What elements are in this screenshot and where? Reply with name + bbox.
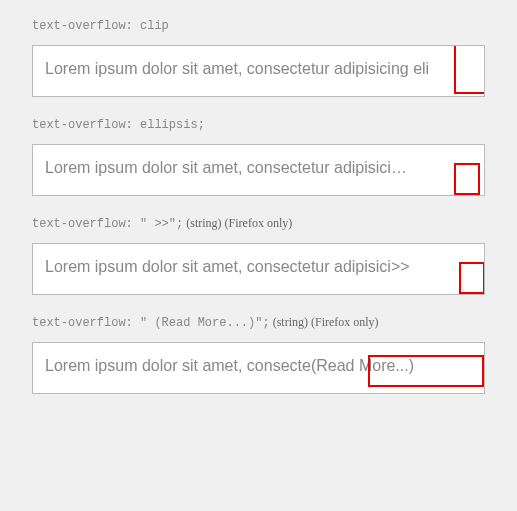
demo-text: Lorem ipsum dolor sit amet, consectetur … [45,258,410,275]
demo-text: Lorem ipsum dolor sit amet, consectetur … [45,159,407,176]
css-code: text-overflow: " (Read More...)"; [32,316,270,330]
highlight-box [454,163,480,195]
example-label: text-overflow: " (Read More...)"; (strin… [32,315,485,330]
highlight-box [454,45,485,94]
example-label: text-overflow: clip [32,18,485,33]
demo-box-string-arrows: Lorem ipsum dolor sit amet, consectetur … [32,243,485,295]
example-ellipsis: text-overflow: ellipsis; Lorem ipsum dol… [32,117,485,196]
css-code: text-overflow: " >>"; [32,217,183,231]
demo-text: Lorem ipsum dolor sit amet, consecte(Rea… [45,357,414,374]
label-note: (string) (Firefox only) [270,315,379,329]
css-code: text-overflow: ellipsis; [32,118,205,132]
demo-box-ellipsis: Lorem ipsum dolor sit amet, consectetur … [32,144,485,196]
css-code: text-overflow: clip [32,19,169,33]
example-label: text-overflow: " >>"; (string) (Firefox … [32,216,485,231]
demo-text: Lorem ipsum dolor sit amet, consectetur … [45,60,429,77]
example-string-readmore: text-overflow: " (Read More...)"; (strin… [32,315,485,394]
example-label: text-overflow: ellipsis; [32,117,485,132]
demo-box-string-readmore: Lorem ipsum dolor sit amet, consecte(Rea… [32,342,485,394]
highlight-box [459,262,485,294]
demo-box-clip: Lorem ipsum dolor sit amet, consectetur … [32,45,485,97]
label-note: (string) (Firefox only) [183,216,292,230]
example-clip: text-overflow: clip Lorem ipsum dolor si… [32,18,485,97]
example-string-arrows: text-overflow: " >>"; (string) (Firefox … [32,216,485,295]
